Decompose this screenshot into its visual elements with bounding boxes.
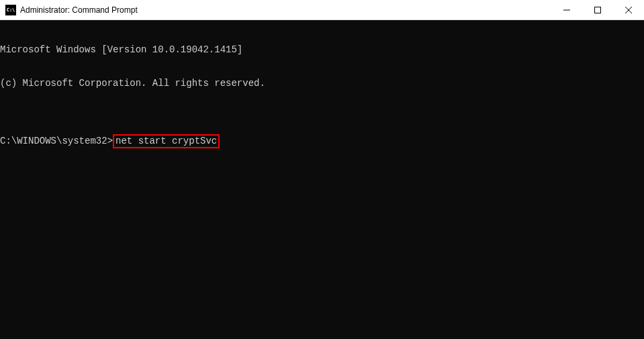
minimize-button[interactable] [551, 0, 582, 19]
command-prompt-window: C:\ Administrator: Command Prompt Micros… [0, 0, 644, 339]
titlebar[interactable]: C:\ Administrator: Command Prompt [0, 0, 644, 20]
version-line: Microsoft Windows [Version 10.0.19042.14… [0, 44, 644, 56]
maximize-button[interactable] [582, 0, 613, 19]
svg-rect-1 [595, 7, 601, 13]
prompt-path: C:\WINDOWS\system32> [0, 136, 113, 147]
close-button[interactable] [613, 0, 644, 19]
window-title: Administrator: Command Prompt [20, 5, 138, 15]
prompt-line: C:\WINDOWS\system32>net start cryptSvc [0, 134, 644, 148]
cmd-icon: C:\ [5, 5, 16, 15]
entered-command: net start cryptSvc [113, 134, 220, 148]
window-controls [551, 0, 644, 19]
titlebar-left: C:\ Administrator: Command Prompt [0, 5, 138, 15]
copyright-line: (c) Microsoft Corporation. All rights re… [0, 78, 644, 89]
terminal-area[interactable]: Microsoft Windows [Version 10.0.19042.14… [0, 20, 644, 339]
